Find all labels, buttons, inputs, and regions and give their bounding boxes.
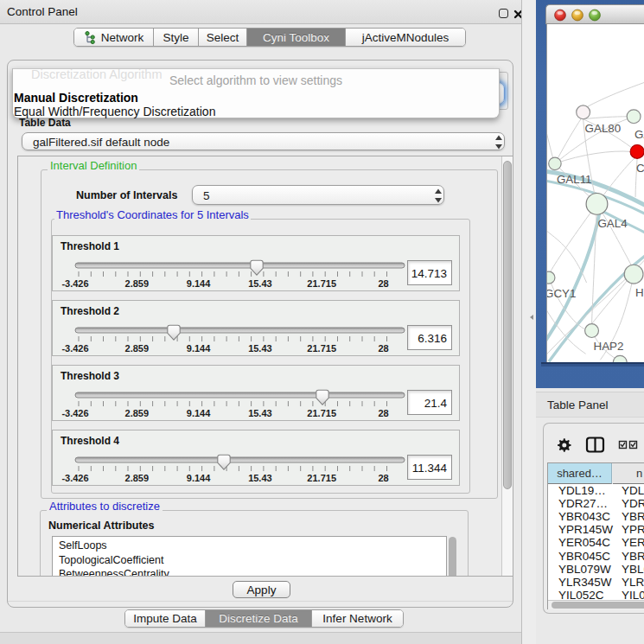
svg-text:-3.426: -3.426	[61, 408, 88, 418]
svg-text:GAL80: GAL80	[585, 122, 622, 135]
svg-text:21.715: 21.715	[307, 278, 336, 289]
svg-text:21.715: 21.715	[307, 408, 336, 418]
svg-text:15.43: 15.43	[248, 278, 272, 289]
svg-text:-3.426: -3.426	[61, 473, 88, 483]
svg-text:15.43: 15.43	[248, 408, 272, 418]
svg-text:28: 28	[378, 408, 388, 418]
svg-text:GAL4: GAL4	[597, 217, 628, 230]
svg-text:9.144: 9.144	[187, 473, 211, 483]
svg-text:21.715: 21.715	[307, 343, 336, 354]
svg-text:-3.426: -3.426	[61, 278, 88, 289]
svg-text:15.43: 15.43	[248, 473, 272, 483]
svg-text:-3.426: -3.426	[61, 343, 88, 354]
svg-text:28: 28	[378, 343, 388, 354]
svg-text:15.43: 15.43	[248, 343, 272, 354]
svg-text:2.859: 2.859	[125, 408, 150, 418]
svg-text:HI: HI	[635, 286, 644, 299]
svg-text:9.144: 9.144	[187, 343, 211, 354]
svg-text:9.144: 9.144	[187, 278, 211, 289]
svg-text:GCY1: GCY1	[546, 287, 576, 300]
svg-text:GAL11: GAL11	[557, 173, 592, 186]
svg-text:2.859: 2.859	[125, 343, 150, 354]
svg-text:9.144: 9.144	[187, 408, 211, 418]
svg-text:28: 28	[378, 278, 388, 289]
svg-text:2.859: 2.859	[125, 473, 150, 483]
svg-text:2.859: 2.859	[125, 278, 150, 289]
svg-text:HAP2: HAP2	[594, 340, 624, 353]
svg-text:21.715: 21.715	[307, 473, 336, 483]
svg-text:CO: CO	[636, 162, 644, 175]
svg-text:GAL: GAL	[634, 128, 644, 141]
svg-text:28: 28	[378, 473, 388, 483]
